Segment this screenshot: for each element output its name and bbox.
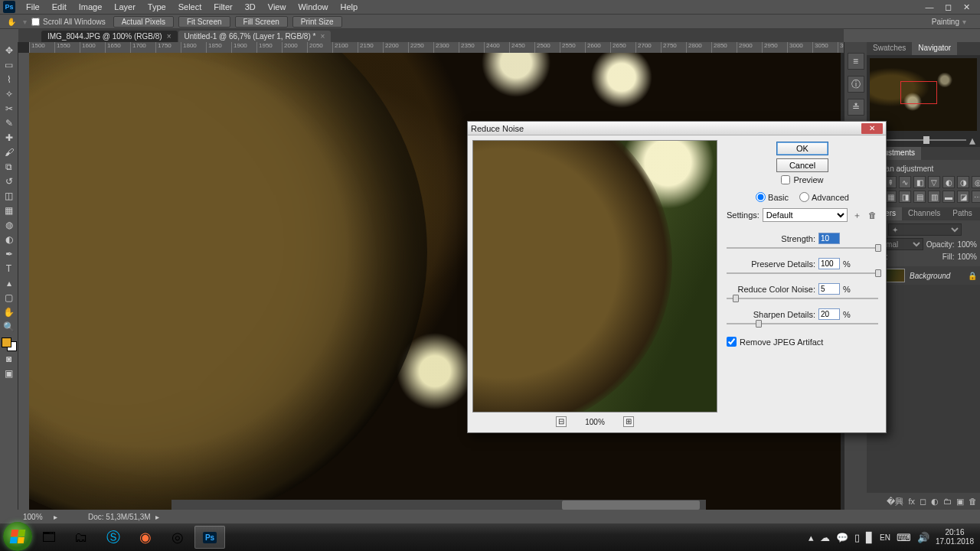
adj-selective-color-icon[interactable]: ◪ [957,191,969,203]
magic-wand-tool[interactable]: ✧ [1,87,18,101]
tray-chevron-icon[interactable]: ▴ [808,532,814,543]
adj-exposure-icon[interactable]: ◧ [913,176,926,188]
history-brush-tool[interactable]: ↺ [1,174,18,188]
menu-filter[interactable]: Filter [207,1,238,13]
fill-value[interactable]: 100% [957,253,977,261]
adj-more-icon[interactable]: ⋯ [972,191,980,203]
shape-tool[interactable]: ▢ [1,291,18,305]
document-tab[interactable]: IMG_8044.JPG @ 100% (RGB/8)× [41,31,178,42]
dialog-titlebar[interactable]: Reduce Noise ✕ [468,122,886,135]
menu-view[interactable]: View [262,1,292,13]
close-button[interactable]: ✕ [959,2,974,12]
basic-radio[interactable]: Basic [756,192,789,202]
tray-language[interactable]: EN [880,533,890,542]
move-tool[interactable]: ✥ [1,44,18,57]
horizontal-scrollbar-thumb[interactable] [562,500,700,510]
delete-preset-icon[interactable]: 🗑 [866,209,878,221]
option-actual-pixels[interactable]: Actual Pixels [113,16,174,28]
color-slider[interactable] [727,296,878,301]
delete-layer-icon[interactable]: 🗑 [969,497,977,506]
marquee-tool[interactable]: ▭ [1,58,18,72]
save-preset-icon[interactable]: ＋ [851,209,863,221]
history-panel-icon[interactable]: ≡ [848,53,864,70]
menu-layer[interactable]: Layer [108,1,142,13]
hand-tool-icon[interactable]: ✋ [5,15,18,28]
foreground-background-colors[interactable] [2,337,17,351]
menu-select[interactable]: Select [172,1,208,13]
strength-input[interactable] [818,233,840,244]
scroll-all-windows-checkbox[interactable]: Scroll All Windows [31,18,106,26]
status-popup-icon[interactable]: ▸ [54,513,57,521]
dialog-preview-image[interactable] [472,140,717,412]
tab-close-icon[interactable]: × [320,32,325,41]
zoom-out-button[interactable]: ⊟ [556,416,567,427]
adj-threshold-icon[interactable]: ▥ [928,191,940,203]
tray-action-center-icon[interactable]: 💬 [836,532,848,543]
settings-select[interactable]: Default [763,208,848,222]
info-panel-icon[interactable]: ⓘ [848,76,864,93]
path-selection-tool[interactable]: ▴ [1,276,18,290]
adj-gradient-map-icon[interactable]: ▬ [942,191,955,203]
navigator-view-rect[interactable] [900,81,937,104]
eyedropper-tool[interactable]: ✎ [1,116,18,130]
properties-panel-icon[interactable]: ≛ [848,99,864,116]
adj-curves-icon[interactable]: ∿ [899,176,911,188]
tab-channels[interactable]: Channels [902,207,946,220]
crop-tool[interactable]: ✂ [1,102,18,116]
tray-input-icon[interactable]: ⌨ [897,532,911,543]
tray-network-icon[interactable]: ▊ [866,532,874,543]
tab-close-icon[interactable]: × [167,32,172,41]
tab-paths[interactable]: Paths [946,207,978,220]
layer-style-icon[interactable]: fx [908,497,915,506]
zoom-in-button[interactable]: ⊞ [623,416,634,427]
new-group-icon[interactable]: 🗀 [943,497,952,506]
menu-window[interactable]: Window [292,1,334,13]
tab-navigator[interactable]: Navigator [912,42,957,55]
option-fit-screen[interactable]: Fit Screen [178,16,230,28]
layer-filter-select[interactable]: ✦ [888,223,962,236]
navigator-thumbnail[interactable] [870,58,977,131]
quick-mask-toggle[interactable]: ◙ [1,352,18,366]
pen-tool[interactable]: ✒ [1,247,18,261]
taskbar-photoshop-icon[interactable]: Ps [194,526,225,549]
preserve-input[interactable] [818,258,840,269]
maximize-button[interactable]: ◻ [940,2,956,12]
advanced-radio[interactable]: Advanced [799,192,849,202]
menu-help[interactable]: Help [335,1,364,13]
tray-onedrive-icon[interactable]: ☁ [820,532,830,543]
menu-3d[interactable]: 3D [239,1,262,13]
menu-edit[interactable]: Edit [46,1,73,13]
minimize-button[interactable]: — [922,2,937,12]
tab-swatches[interactable]: Swatches [867,42,912,55]
dialog-close-button[interactable]: ✕ [861,123,883,134]
screen-mode-toggle[interactable]: ▣ [1,367,18,380]
eraser-tool[interactable]: ◫ [1,189,18,203]
layer-thumbnail[interactable] [885,269,905,282]
adj-vibrance-icon[interactable]: ▽ [928,176,940,188]
layer-name[interactable]: Background [910,272,968,280]
taskbar-firefox-icon[interactable]: ◉ [130,526,161,549]
color-input[interactable] [818,283,840,295]
taskbar-skype-icon[interactable]: Ⓢ [98,526,129,549]
workspace-switcher[interactable]: Painting [932,18,959,26]
lasso-tool[interactable]: ⌇ [1,73,18,86]
dodge-tool[interactable]: ◐ [1,233,18,246]
gradient-tool[interactable]: ▦ [1,204,18,217]
layer-mask-icon[interactable]: ◻ [920,497,926,507]
menu-type[interactable]: Type [142,1,172,13]
tray-battery-icon[interactable]: ▯ [854,532,860,543]
remove-jpeg-artifact-checkbox[interactable]: Remove JPEG Artifact [727,337,878,347]
adj-bw-icon[interactable]: ◑ [957,176,969,188]
tray-volume-icon[interactable]: 🔊 [917,532,929,543]
status-zoom[interactable]: 100% [23,513,54,521]
type-tool[interactable]: T [1,262,18,276]
opacity-value[interactable]: 100% [957,240,977,249]
taskbar-chrome-icon[interactable]: ◎ [162,526,193,549]
brush-tool[interactable]: 🖌 [1,145,18,159]
healing-brush-tool[interactable]: ✚ [1,131,18,145]
option-fill-screen[interactable]: Fill Screen [235,16,288,28]
tray-clock[interactable]: 20:16 17.01.2018 [936,528,974,546]
document-tab[interactable]: Untitled-1 @ 66,7% (Layer 1, RGB/8) *× [178,31,332,42]
menu-file[interactable]: File [20,1,46,13]
hand-tool[interactable]: ✋ [1,305,18,319]
